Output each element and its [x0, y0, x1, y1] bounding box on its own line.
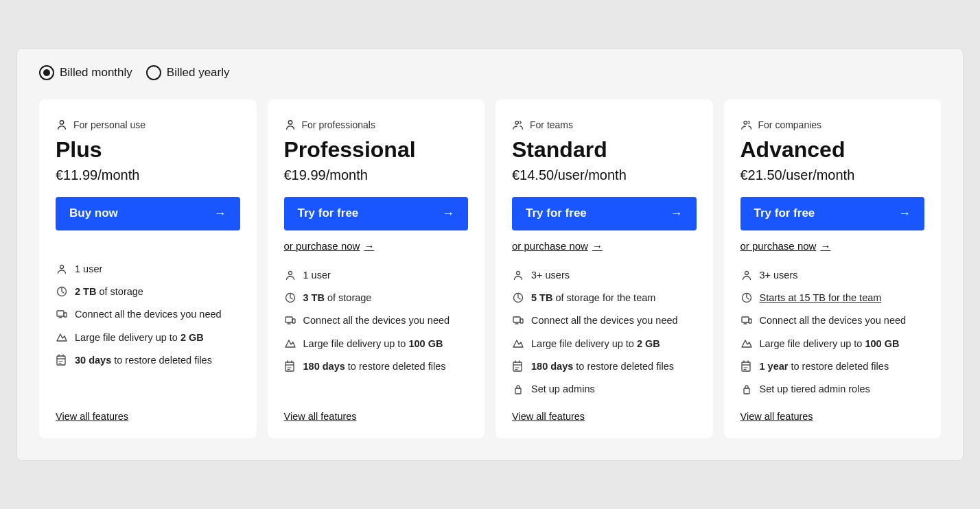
- svg-rect-25: [744, 388, 749, 394]
- professional-purchase-link[interactable]: or purchase now →: [284, 240, 469, 252]
- feature-text: Set up tiered admin roles: [760, 382, 870, 396]
- feature-text: Connect all the devices you need: [75, 307, 222, 321]
- svg-rect-18: [515, 388, 521, 394]
- feature-item: Large file delivery up to 2 GB: [512, 337, 697, 351]
- person-icon: [284, 119, 296, 131]
- advanced-cta-arrow: →: [898, 206, 911, 221]
- advanced-cta-button[interactable]: Try for free →: [740, 197, 925, 230]
- billing-yearly-radio[interactable]: [146, 65, 161, 80]
- storage-icon: [740, 292, 753, 304]
- devices-icon: [56, 308, 68, 320]
- feature-item: Set up tiered admin roles: [740, 382, 925, 396]
- plus-spacer: [56, 230, 240, 262]
- billing-monthly-label: Billed monthly: [60, 66, 132, 80]
- restore-icon: [740, 360, 753, 372]
- feature-text: Connect all the devices you need: [531, 313, 678, 327]
- storage-icon: [512, 292, 524, 304]
- advanced-features-list: 3+ users Starts at 15 TB for the team Co…: [740, 268, 925, 396]
- plus-cta-label: Buy now: [69, 206, 118, 220]
- professional-view-all-link[interactable]: View all features: [284, 411, 469, 422]
- restore-icon: [56, 354, 68, 366]
- svg-rect-21: [749, 319, 751, 323]
- delivery-icon: [512, 338, 524, 350]
- feature-text: Set up admins: [531, 382, 595, 396]
- standard-cta-arrow: →: [670, 206, 683, 221]
- purchase-arrow-icon: →: [820, 240, 830, 252]
- svg-rect-8: [292, 319, 295, 323]
- svg-rect-23: [742, 362, 750, 371]
- billing-yearly-label: Billed yearly: [167, 66, 230, 80]
- feature-text: 1 year to restore deleted files: [760, 359, 889, 373]
- standard-purchase-link[interactable]: or purchase now →: [512, 240, 697, 252]
- storage-icon: [56, 285, 68, 298]
- user-icon: [512, 269, 524, 281]
- feature-item: 1 year to restore deleted files: [740, 359, 925, 373]
- feature-text: 30 days to restore deleted files: [75, 353, 212, 367]
- feature-text: Large file delivery up to 100 GB: [303, 337, 443, 351]
- plan-card-plus: For personal use Plus €11.99/month Buy n…: [39, 99, 257, 439]
- advanced-purchase-link[interactable]: or purchase now →: [740, 240, 925, 252]
- feature-text: Connect all the devices you need: [760, 313, 907, 327]
- feature-text: 180 days to restore deleted files: [303, 359, 446, 373]
- person-icon: [740, 119, 753, 131]
- plan-category-standard: For teams: [512, 119, 697, 131]
- plus-cta-arrow: →: [214, 206, 226, 221]
- plan-card-professional: For professionals Professional €19.99/mo…: [268, 99, 485, 439]
- standard-cta-button[interactable]: Try for free →: [512, 197, 697, 230]
- professional-features-list: 1 user 3 TB of storage Connect all the d…: [284, 268, 469, 396]
- plan-category-professional-label: For professionals: [302, 119, 375, 130]
- feature-item: 30 days to restore deleted files: [56, 353, 240, 367]
- svg-rect-2: [64, 313, 67, 317]
- advanced-cta-label: Try for free: [754, 206, 815, 220]
- plans-grid: For personal use Plus €11.99/month Buy n…: [39, 99, 941, 439]
- restore-icon: [512, 360, 524, 372]
- devices-icon: [740, 314, 753, 327]
- billing-toggle: Billed monthly Billed yearly: [39, 65, 941, 80]
- svg-rect-14: [520, 319, 523, 323]
- standard-view-all-link[interactable]: View all features: [512, 411, 697, 422]
- feature-text: Starts at 15 TB for the team: [760, 291, 882, 305]
- devices-icon: [284, 314, 296, 327]
- svg-rect-4: [57, 356, 65, 365]
- plan-price-plus: €11.99/month: [56, 167, 240, 183]
- person-icon: [56, 119, 68, 131]
- standard-features-list: 3+ users 5 TB of storage for the team Co…: [512, 268, 697, 396]
- purchase-arrow-icon: →: [592, 240, 603, 252]
- admin-icon: [512, 383, 524, 395]
- plus-features-list: 1 user 2 TB of storage Connect all: [56, 262, 240, 396]
- plan-card-advanced: For companies Advanced €21.50/user/month…: [724, 99, 942, 439]
- feature-item: 5 TB of storage for the team: [512, 291, 697, 305]
- standard-cta-label: Try for free: [526, 206, 587, 220]
- billing-yearly-option[interactable]: Billed yearly: [146, 65, 230, 80]
- user-icon: [740, 269, 753, 281]
- feature-item: Connect all the devices you need: [56, 307, 240, 321]
- billing-monthly-radio[interactable]: [39, 65, 54, 80]
- restore-icon: [284, 360, 296, 372]
- feature-item: 3 TB of storage: [284, 291, 469, 305]
- pricing-container: Billed monthly Billed yearly For persona…: [16, 48, 964, 462]
- plus-cta-button[interactable]: Buy now →: [56, 197, 240, 230]
- admin-icon: [740, 383, 753, 395]
- feature-text: 1 user: [75, 262, 102, 276]
- svg-rect-13: [513, 317, 520, 322]
- svg-rect-10: [285, 362, 294, 371]
- feature-text: 5 TB of storage for the team: [531, 291, 655, 305]
- plan-category-advanced-label: For companies: [758, 119, 822, 130]
- professional-cta-button[interactable]: Try for free →: [284, 197, 469, 230]
- feature-item: Large file delivery up to 100 GB: [740, 337, 925, 351]
- plus-view-all-link[interactable]: View all features: [56, 411, 240, 422]
- feature-item: 180 days to restore deleted files: [512, 359, 697, 373]
- professional-cta-label: Try for free: [298, 206, 359, 220]
- purchase-arrow-icon: →: [364, 240, 374, 252]
- feature-item: 1 user: [284, 268, 469, 282]
- feature-item: Connect all the devices you need: [284, 313, 469, 327]
- feature-text: 180 days to restore deleted files: [531, 359, 674, 373]
- feature-item: 1 user: [56, 262, 240, 276]
- plan-name-plus: Plus: [56, 138, 240, 162]
- advanced-view-all-link[interactable]: View all features: [740, 411, 925, 422]
- plan-category-advanced: For companies: [740, 119, 925, 131]
- plan-card-standard: For teams Standard €14.50/user/month Try…: [495, 99, 713, 439]
- feature-item: Large file delivery up to 2 GB: [56, 331, 240, 344]
- billing-monthly-option[interactable]: Billed monthly: [39, 65, 132, 80]
- plan-price-standard: €14.50/user/month: [512, 167, 697, 183]
